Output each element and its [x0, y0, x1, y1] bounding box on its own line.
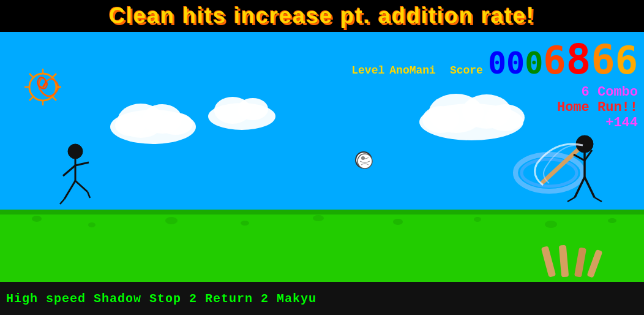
- svg-rect-31: [541, 246, 556, 277]
- svg-line-39: [75, 162, 89, 165]
- svg-rect-32: [559, 245, 569, 278]
- svg-line-5: [29, 74, 33, 77]
- hud: Level AnoMani Score 0 0 0 6 8 6 6 6 Comb…: [351, 35, 638, 131]
- svg-point-23: [88, 222, 95, 227]
- svg-point-30: [608, 218, 616, 223]
- score-digit-6: 6: [591, 37, 615, 83]
- score-digit-1: 0: [488, 45, 506, 81]
- stick-batter: [531, 133, 604, 216]
- svg-line-7: [29, 97, 33, 101]
- score-label: Score: [450, 64, 483, 77]
- game-container: Clean hits increase pt. addition rate!: [0, 0, 644, 315]
- cloud-1: [107, 93, 199, 145]
- stick-runner: [58, 144, 92, 214]
- svg-line-41: [75, 181, 88, 192]
- svg-line-42: [60, 199, 64, 204]
- combo-display: 6 Combo: [351, 85, 638, 100]
- score-digit-5: 8: [566, 35, 591, 83]
- homerun-display: Home Run!!: [351, 100, 638, 115]
- svg-line-43: [88, 192, 90, 198]
- bonus-display: +144: [351, 115, 638, 131]
- svg-point-13: [159, 113, 193, 135]
- score-display: 0 0 0 6 8 6 6: [488, 35, 638, 83]
- score-digit-4: 6: [543, 38, 566, 83]
- ball: [355, 151, 372, 169]
- svg-point-16: [238, 98, 268, 120]
- score-digit-2: 0: [506, 45, 525, 81]
- svg-line-8: [53, 97, 56, 101]
- sun: [21, 66, 64, 108]
- status-text: High speed Shadow Stop 2 Return 2 Makyu: [6, 292, 316, 306]
- ground: [0, 210, 644, 282]
- score-digit-7: 6: [615, 38, 638, 83]
- cloud-2: [205, 87, 279, 133]
- level-name: AnoMani: [389, 64, 436, 77]
- game-area: Level AnoMani Score 0 0 0 6 8 6 6 6 Comb…: [0, 32, 644, 282]
- svg-point-26: [313, 215, 324, 221]
- svg-point-35: [358, 154, 372, 169]
- svg-point-12: [115, 114, 146, 136]
- score-digit-3: 0: [525, 45, 543, 81]
- svg-point-28: [474, 217, 481, 222]
- svg-rect-34: [586, 249, 602, 278]
- svg-point-27: [393, 219, 403, 225]
- svg-point-24: [165, 217, 178, 224]
- svg-line-6: [53, 74, 56, 77]
- level-label: Level: [351, 64, 384, 77]
- svg-line-40: [64, 181, 75, 199]
- svg-rect-33: [574, 247, 586, 277]
- title-text: Clean hits increase pt. addition rate!: [109, 3, 535, 29]
- level-score-line: Level AnoMani Score 0 0 0 6 8 6 6: [351, 35, 638, 83]
- svg-line-54: [594, 197, 602, 202]
- svg-point-22: [32, 216, 42, 222]
- svg-line-53: [567, 197, 575, 202]
- svg-point-29: [545, 221, 557, 228]
- svg-line-52: [585, 177, 594, 197]
- svg-line-38: [63, 165, 75, 176]
- svg-point-25: [241, 221, 249, 226]
- title-bar: Clean hits increase pt. addition rate!: [0, 0, 644, 32]
- svg-point-36: [68, 144, 83, 159]
- status-bar: High speed Shadow Stop 2 Return 2 Makyu: [0, 282, 644, 315]
